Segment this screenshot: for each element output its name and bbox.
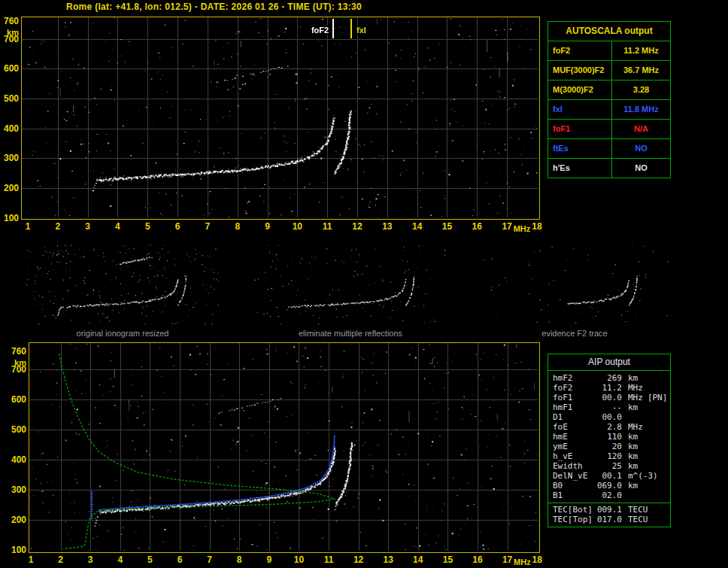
x-tick-label: 9 <box>259 221 276 232</box>
x-tick-label: 14 <box>410 554 426 565</box>
aip-row: TEC[Bot]009.1TECU <box>553 505 670 515</box>
autoscala-row-label: ftEs <box>548 139 612 158</box>
page-title: Rome (lat: +41.8, lon: 012.5) - DATE: 20… <box>66 2 362 12</box>
autoscala-row-label: foF2 <box>548 41 612 60</box>
thumbnail-no-multiples-canvas <box>254 245 447 325</box>
aip-row: h_vE120km <box>553 451 670 461</box>
top-ionogram-canvas <box>22 17 538 217</box>
aip-row: B102.0 <box>553 491 670 500</box>
x-tick-label: 1 <box>20 221 36 232</box>
aip-row-unit: MHz <box>628 393 643 402</box>
aip-row-name: D1 <box>553 412 595 422</box>
aip-row-name: ymE <box>553 442 595 451</box>
x-tick-label: 5 <box>139 221 156 232</box>
autoscala-row-label: fxI <box>548 100 612 119</box>
aip-row-unit: km <box>628 481 638 491</box>
x-tick-label: 2 <box>53 554 69 565</box>
y-tick-label: 500 <box>7 424 26 435</box>
marker-line-fxi <box>350 19 352 38</box>
y-tick-label: 600 <box>7 394 26 405</box>
thumbnail-caption-original: original ionogram resized <box>26 329 219 338</box>
x-tick-label: 8 <box>231 554 247 565</box>
autoscala-row-label: foF1 <box>548 120 612 138</box>
autoscala-row: MUF(3000)F236.7 MHz <box>548 61 670 80</box>
aip-row-name: hmF1 <box>553 402 595 412</box>
x-tick-label: 15 <box>438 221 455 232</box>
x-tick-label: 16 <box>469 221 485 232</box>
aip-row-name: h_vE <box>553 451 595 461</box>
marker-label-fxi: fxI <box>355 26 368 35</box>
y-tick-label: 100 <box>0 213 19 223</box>
autoscala-row: foF1N/A <box>548 120 670 139</box>
bottom-ionogram-plot <box>29 342 540 553</box>
x-tick-label: 4 <box>112 554 129 565</box>
x-tick-label: 10 <box>290 554 307 565</box>
aip-row: Ewidth25km <box>553 461 670 471</box>
thumbnail-caption-no-multiples: eliminate multiple reflections <box>254 329 447 338</box>
aip-row-value: -- <box>595 402 622 412</box>
autoscala-output-table: AUTOSCALA output foF211.2 MHzMUF(3000)F2… <box>548 21 671 178</box>
aip-row-name: B0 <box>553 481 595 491</box>
thumbnail-f2-trace <box>480 245 669 325</box>
marker-label-fof2: foF2 <box>302 26 330 35</box>
aip-row-value: 11.2 <box>595 383 622 393</box>
autoscala-row-value: NO <box>612 139 670 158</box>
y-tick-label: 300 <box>0 153 19 163</box>
aip-output-title: AIP output <box>548 354 670 371</box>
aip-row-unit: m^(-3) <box>628 471 658 481</box>
x-tick-label: 1 <box>23 554 39 565</box>
autoscala-row-value: 11.2 MHz <box>612 41 670 60</box>
aip-row-note: [PN] <box>648 393 668 402</box>
aip-row-name: TEC[Top] <box>553 515 595 524</box>
aip-row: hmF2269km <box>553 373 670 383</box>
aip-row-unit: km <box>628 442 638 451</box>
x-tick-label: 13 <box>380 554 396 565</box>
aip-row-value: 25 <box>595 461 622 471</box>
aip-row: foF100.0MHz[PN] <box>553 393 670 402</box>
aip-row-value: 120 <box>595 451 622 461</box>
aip-row-name: foF1 <box>553 393 595 402</box>
x-axis-unit-label: MHz <box>511 223 532 234</box>
y-tick-label: 400 <box>7 454 26 465</box>
y-tick-label: 760 <box>0 16 19 26</box>
autoscala-output-rows: foF211.2 MHzMUF(3000)F236.7 MHzM(3000)F2… <box>548 41 670 178</box>
aip-row-value: 00.1 <box>595 471 622 481</box>
aip-row-value: 269 <box>595 373 622 383</box>
aip-row-name: DelN_vE <box>553 471 595 481</box>
aip-row-value: 02.0 <box>595 491 622 500</box>
x-tick-label: 6 <box>169 221 186 232</box>
aip-row-value: 00.0 <box>595 412 622 422</box>
aip-row-value: 2.8 <box>595 422 622 432</box>
x-tick-label: 5 <box>141 554 158 565</box>
aip-separator <box>548 503 670 503</box>
aip-row-unit: MHz <box>628 422 643 432</box>
aip-row-unit: TECU <box>628 515 648 524</box>
y-tick-label: 100 <box>7 545 26 555</box>
marker-line-fof2 <box>332 19 334 38</box>
aip-row-name: Ewidth <box>553 461 595 471</box>
x-tick-label: 4 <box>109 221 126 232</box>
aip-row-name: foF2 <box>553 383 595 393</box>
x-tick-label: 13 <box>379 221 396 232</box>
y-axis-unit-label: km <box>0 27 19 38</box>
x-tick-label: 9 <box>261 554 278 565</box>
thumbnail-f2-trace-canvas <box>480 245 669 325</box>
x-tick-label: 8 <box>229 221 246 232</box>
autoscala-app-window: { "header": { "title": "Rome (lat: +41.8… <box>0 0 728 568</box>
aip-row-unit: km <box>628 461 638 471</box>
x-tick-label: 6 <box>171 554 188 565</box>
aip-row-value: 110 <box>595 432 622 442</box>
autoscala-row: h'EsNO <box>548 159 670 178</box>
aip-row-value: 017.0 <box>595 515 622 524</box>
aip-row: ymE20km <box>553 442 670 451</box>
autoscala-row-value: 36.7 MHz <box>612 61 670 80</box>
autoscala-row: M(3000)F23.28 <box>548 80 670 100</box>
thumbnail-original-canvas <box>26 245 219 325</box>
autoscala-row-value: NO <box>612 159 670 178</box>
thumbnail-no-multiples <box>254 245 447 325</box>
y-tick-label: 200 <box>0 183 19 193</box>
x-tick-label: 10 <box>289 221 305 232</box>
y-tick-label: 500 <box>0 93 19 104</box>
aip-row-value: 009.1 <box>595 505 622 515</box>
x-tick-label: 14 <box>409 221 426 232</box>
